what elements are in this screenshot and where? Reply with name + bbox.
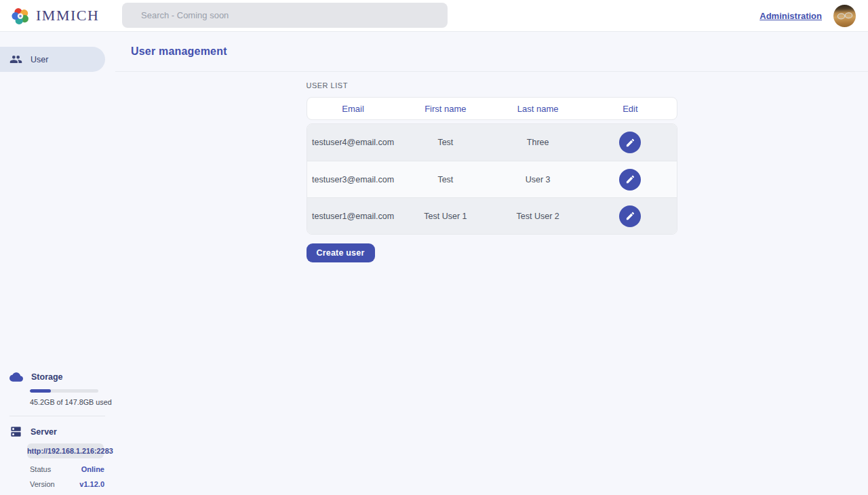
cell-email: testuser1@email.com [307, 212, 399, 221]
user-table: testuser4@email.com Test Three testuser3… [307, 123, 677, 235]
table-row: testuser4@email.com Test Three [307, 124, 677, 161]
storage-progress-bar [30, 389, 98, 393]
pencil-icon [625, 211, 635, 221]
user-list-label: USER LIST [307, 81, 677, 90]
table-header-row: Email First name Last name Edit [307, 97, 677, 120]
brand-name: IMMICH [36, 7, 99, 24]
cell-last-name: User 3 [492, 175, 584, 184]
pencil-icon [625, 174, 635, 184]
main-content: User management USER LIST Email First na… [115, 32, 868, 495]
user-avatar[interactable] [833, 5, 856, 27]
create-user-button[interactable]: Create user [307, 243, 375, 262]
storage-title: Storage [31, 372, 63, 382]
cell-email: testuser4@email.com [307, 138, 399, 147]
storage-section-header: Storage [0, 370, 115, 384]
administration-link[interactable]: Administration [760, 11, 822, 21]
col-header-last-name: Last name [492, 104, 584, 114]
col-header-first-name: First name [399, 104, 492, 114]
col-header-edit: Edit [584, 104, 676, 114]
search-input[interactable] [122, 3, 448, 28]
server-icon [9, 425, 22, 438]
page-header: User management [115, 32, 868, 72]
server-title: Server [31, 427, 57, 437]
cell-first-name: Test [399, 138, 492, 147]
status-value: Online [81, 465, 104, 473]
server-url-chip: http://192.168.1.216:2283 [27, 443, 104, 458]
status-label: Status [30, 465, 51, 473]
cell-last-name: Test User 2 [492, 212, 584, 221]
edit-user-button[interactable] [619, 205, 641, 227]
sidebar: User Storage 45.2GB of 147.8GB used Serv… [0, 32, 115, 495]
cell-email: testuser3@email.com [307, 175, 399, 184]
server-version-row: Version v1.12.0 [30, 480, 104, 488]
col-header-email: Email [307, 104, 399, 114]
search-bar[interactable] [122, 3, 448, 28]
cell-first-name: Test User 1 [399, 212, 492, 221]
users-icon [9, 53, 22, 66]
version-value: v1.12.0 [79, 480, 104, 488]
pencil-icon [625, 138, 635, 148]
sidebar-status-panel: Storage 45.2GB of 147.8GB used Server ht… [0, 370, 115, 488]
storage-progress-fill [30, 389, 51, 393]
table-row: testuser1@email.com Test User 1 Test Use… [307, 197, 677, 234]
page-title: User management [131, 45, 227, 58]
table-row: testuser3@email.com Test User 3 [307, 161, 677, 197]
cloud-icon [9, 370, 23, 384]
top-bar: IMMICH Administration [0, 0, 868, 32]
edit-user-button[interactable] [619, 169, 641, 191]
sidebar-item-label: User [31, 55, 48, 64]
server-section-header: Server [0, 425, 115, 438]
storage-used-text: 45.2GB of 147.8GB used [30, 398, 115, 406]
sidebar-item-user[interactable]: User [0, 47, 105, 72]
server-status-row: Status Online [30, 465, 104, 473]
brand[interactable]: IMMICH [0, 7, 99, 25]
version-label: Version [30, 480, 55, 488]
cell-last-name: Three [492, 138, 584, 147]
immich-logo-icon [12, 7, 30, 25]
cell-first-name: Test [399, 175, 492, 184]
sidebar-divider [9, 416, 105, 416]
edit-user-button[interactable] [619, 132, 641, 153]
